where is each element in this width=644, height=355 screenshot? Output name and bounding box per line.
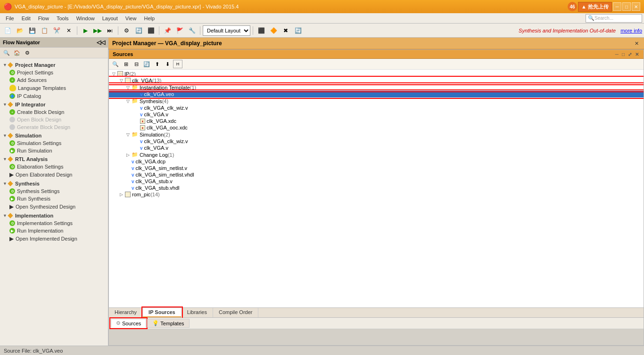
impl-header[interactable]: ▼ Implementation bbox=[0, 212, 108, 219]
flag-btn[interactable]: 🚩 bbox=[174, 25, 185, 36]
subtab-templates[interactable]: 💡 Templates bbox=[147, 319, 189, 328]
tree-sim-clk-v[interactable]: v clk_VGA.v bbox=[109, 145, 644, 151]
toggle-btn[interactable]: 📌 bbox=[162, 25, 173, 36]
flow-nav-collapse[interactable]: ◁◁ bbox=[97, 39, 105, 46]
tab-compile-order[interactable]: Compile Order bbox=[213, 308, 259, 317]
simulation-header[interactable]: ▼ Simulation bbox=[0, 132, 108, 139]
pm-close-btn[interactable]: ✕ bbox=[633, 40, 640, 47]
tree-clk-xdc[interactable]: x clk_VGA.xdc bbox=[109, 118, 644, 124]
run-all-btn[interactable]: ▶▶ bbox=[92, 25, 103, 36]
search-box[interactable]: 🔍 Search... bbox=[586, 14, 642, 23]
tree-clk-dcp[interactable]: v clk_VGA.dcp bbox=[109, 158, 644, 165]
synthesis-header[interactable]: ▼ Synthesis bbox=[0, 180, 108, 187]
open-btn[interactable]: 📂 bbox=[14, 25, 25, 36]
save-btn[interactable]: 💾 bbox=[26, 25, 38, 36]
nav-settings-btn[interactable]: ⚙ bbox=[23, 48, 32, 57]
sp-close[interactable]: ✕ bbox=[634, 52, 640, 57]
tree-stub-vhdl[interactable]: v clk_VGA_stub.vhdl bbox=[109, 185, 644, 191]
nav-syn-settings[interactable]: ⚙ Synthesis Settings bbox=[0, 187, 108, 195]
tree-sim-netlist-vhdl[interactable]: v clk_VGA_sim_netlist.vhdl bbox=[109, 171, 644, 178]
refresh-btn[interactable]: 🔄 bbox=[133, 25, 144, 36]
tree-sim-clk-wiz-v[interactable]: v clk_VGA_clk_wiz.v bbox=[109, 138, 644, 145]
cl-toggle[interactable]: ▷ bbox=[125, 153, 131, 157]
nav-add-sources[interactable]: + Add Sources bbox=[0, 76, 108, 84]
nav-open-impl[interactable]: ▶ Open Implemented Design bbox=[0, 234, 108, 243]
tab-ip-sources[interactable]: IP Sources bbox=[143, 308, 182, 317]
bookmark1-btn[interactable]: ⬛ bbox=[256, 25, 267, 36]
nav-project-settings[interactable]: ⚙ Project Settings bbox=[0, 69, 108, 76]
stop-btn[interactable]: ⬛ bbox=[145, 25, 157, 36]
rtl-header[interactable]: ▼ RTL Analysis bbox=[0, 155, 108, 163]
ip-toggle[interactable]: ▽ bbox=[111, 72, 116, 76]
src-add-btn[interactable]: ⊞ bbox=[121, 60, 131, 68]
tree-clk-vga-veo[interactable]: v clk_VGA.veo bbox=[109, 91, 644, 97]
sp-restore[interactable]: □ bbox=[621, 52, 626, 57]
nav-run-sim[interactable]: ▶ Run Simulation bbox=[0, 147, 108, 154]
tree-change-log[interactable]: ▷ 📁 Change Log (1) bbox=[109, 151, 644, 158]
nav-run-impl[interactable]: ▶ Run Implementation bbox=[0, 227, 108, 234]
delete-btn[interactable]: ✕ bbox=[63, 25, 74, 36]
step-btn[interactable]: ⏭ bbox=[104, 25, 116, 36]
probe-btn[interactable]: 🔧 bbox=[186, 25, 198, 36]
nav-ip-catalog[interactable]: 🔷 IP Catalog bbox=[0, 92, 108, 100]
clkvga-toggle[interactable]: ▽ bbox=[118, 78, 124, 83]
tree-clk-wiz-v[interactable]: v clk_VGA_clk_wiz.v bbox=[109, 105, 644, 111]
menu-flow[interactable]: Flow bbox=[34, 15, 53, 22]
menu-layout[interactable]: Layout bbox=[99, 15, 122, 22]
bookmark2-btn[interactable]: 🔶 bbox=[268, 25, 279, 36]
save-all-btn[interactable]: 📋 bbox=[39, 25, 50, 36]
src-refresh-btn[interactable]: 🔄 bbox=[142, 60, 151, 68]
menu-window[interactable]: Window bbox=[73, 15, 99, 22]
ip-integrator-header[interactable]: ▼ IP Integrator bbox=[0, 101, 108, 108]
chinese-btn[interactable]: ▲ 抢先上传 bbox=[578, 2, 612, 12]
run-btn[interactable]: ▶ bbox=[80, 25, 91, 36]
layout-select[interactable]: Default Layout bbox=[203, 25, 250, 36]
nav-sim-settings[interactable]: ⚙ Simulation Settings bbox=[0, 139, 108, 147]
new-btn[interactable]: 📄 bbox=[2, 25, 13, 36]
refresh2-btn[interactable]: 🔄 bbox=[292, 25, 304, 36]
sp-minimize[interactable]: ─ bbox=[614, 52, 619, 57]
subtab-sources[interactable]: ⚙ Sources bbox=[111, 319, 146, 328]
tree-clk-v[interactable]: v clk_VGA.v bbox=[109, 111, 644, 118]
menu-edit[interactable]: Edit bbox=[18, 15, 34, 22]
tree-inst-template[interactable]: ▽ 📁 Instantiation Template (1) bbox=[109, 84, 644, 91]
menu-view[interactable]: View bbox=[122, 15, 140, 22]
nav-open-syn[interactable]: ▶ Open Synthesized Design bbox=[0, 202, 108, 211]
tree-clk-ooc-xdc[interactable]: x clk_VGA_ooc.xdc bbox=[109, 124, 644, 131]
more-info-link[interactable]: more info bbox=[620, 28, 642, 33]
tree-clk-vga[interactable]: ▽ clk_VGA (13) bbox=[109, 77, 644, 84]
tree-ip-root[interactable]: ▽ □ IP (2) bbox=[109, 71, 644, 77]
menu-help[interactable]: Help bbox=[140, 15, 158, 22]
tree-synthesis[interactable]: ▽ 📁 Synthesis (4) bbox=[109, 97, 644, 105]
tree-simulation-group[interactable]: ▽ 📁 Simulation (2) bbox=[109, 131, 644, 138]
tree-rom-pic[interactable]: ▷ rom_pic (14) bbox=[109, 191, 644, 198]
nav-create-block[interactable]: + Create Block Design bbox=[0, 108, 108, 116]
nav-elab-settings[interactable]: ⚙ Elaboration Settings bbox=[0, 163, 108, 170]
nav-impl-settings[interactable]: ⚙ Implementation Settings bbox=[0, 219, 108, 227]
syn-toggle[interactable]: ▽ bbox=[125, 99, 131, 104]
notification-badge[interactable]: 46 bbox=[568, 2, 577, 11]
program-btn[interactable]: ⚙ bbox=[121, 25, 132, 36]
tab-hierarchy[interactable]: Hierarchy bbox=[109, 308, 143, 317]
maximize-button[interactable]: □ bbox=[622, 2, 631, 11]
close-button[interactable]: ✕ bbox=[632, 2, 640, 11]
src-remove-btn[interactable]: ⊟ bbox=[132, 60, 141, 68]
src-up-btn[interactable]: ⬆ bbox=[152, 60, 162, 68]
menu-file[interactable]: File bbox=[2, 15, 18, 22]
cut-btn[interactable]: ✂️ bbox=[51, 25, 62, 36]
rp-toggle[interactable]: ▷ bbox=[118, 192, 124, 197]
menu-tools[interactable]: Tools bbox=[53, 15, 73, 22]
nav-search-btn[interactable]: 🔍 bbox=[2, 48, 11, 57]
tree-stub-v[interactable]: v clk_VGA_stub.v bbox=[109, 178, 644, 185]
inst-toggle[interactable]: ▽ bbox=[125, 85, 131, 90]
minimize-button[interactable]: ─ bbox=[613, 2, 621, 11]
nav-open-elab[interactable]: ▶ Open Elaborated Design bbox=[0, 170, 108, 179]
tree-sim-netlist-v[interactable]: v clk_VGA_sim_netlist.v bbox=[109, 165, 644, 171]
nav-language-templates[interactable]: Language Templates bbox=[0, 84, 108, 92]
bookmark3-btn[interactable]: ✖ bbox=[280, 25, 291, 36]
tab-libraries[interactable]: Libraries bbox=[182, 308, 213, 317]
src-hier-btn[interactable]: H bbox=[173, 60, 182, 68]
project-manager-header[interactable]: ▼ Project Manager bbox=[0, 61, 108, 69]
src-down-btn[interactable]: ⬇ bbox=[163, 60, 172, 68]
simg-toggle[interactable]: ▽ bbox=[125, 132, 131, 137]
